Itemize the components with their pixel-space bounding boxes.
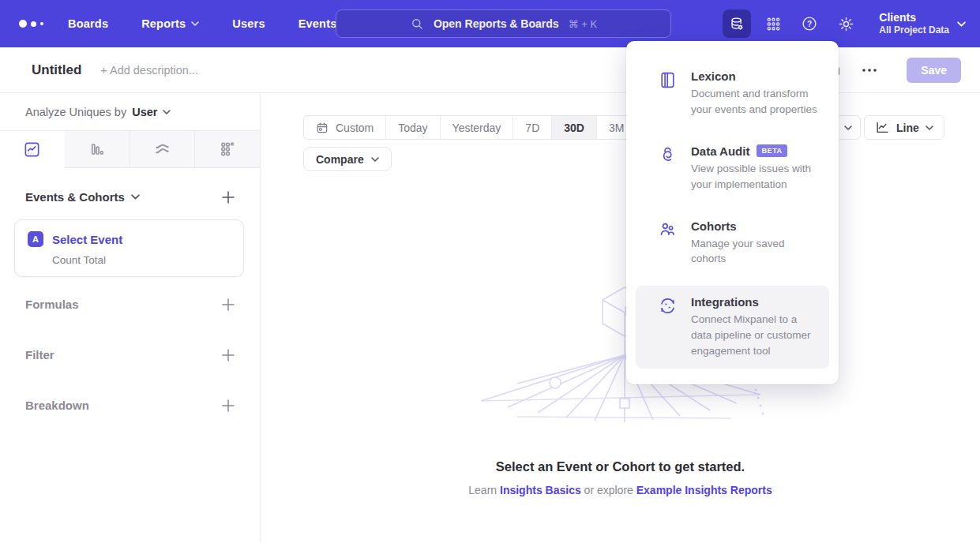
plus-icon — [222, 191, 235, 204]
menu-item-description: Manage your saved cohorts — [691, 238, 785, 265]
beta-badge: BETA — [757, 144, 787, 157]
svg-text:?: ? — [807, 20, 812, 28]
insights-basics-link[interactable]: Insights Basics — [500, 484, 581, 496]
ellipsis-icon — [862, 69, 877, 72]
event-card[interactable]: A Select Event Count Total — [14, 219, 244, 277]
learn-text: Learn — [468, 484, 497, 496]
empty-state-subtitle: Learn Insights Basics or explore Example… — [261, 484, 980, 496]
lexicon-book-icon — [658, 69, 678, 93]
flow-chart-tab-icon — [153, 140, 171, 159]
events-cohorts-label[interactable]: Events & Cohorts — [25, 190, 125, 204]
add-description-field[interactable]: + Add description... — [100, 64, 198, 77]
menu-item-title: Integrations — [691, 295, 820, 309]
menu-item-title: Data AuditBETA — [691, 144, 820, 158]
date-range-30d[interactable]: 30D — [551, 116, 596, 139]
compare-dropdown[interactable]: Compare — [303, 147, 392, 171]
nav-events[interactable]: Events — [299, 17, 337, 30]
chevron-down-icon[interactable] — [131, 194, 140, 200]
chevron-down-icon — [926, 125, 933, 130]
save-button[interactable]: Save — [907, 58, 961, 83]
chevron-down-icon — [844, 125, 852, 130]
empty-state-title: Select an Event or Cohort to get started… — [261, 459, 980, 474]
search-icon — [410, 17, 424, 31]
plus-icon — [222, 399, 235, 412]
menu-item-integrations[interactable]: Integrations Connect Mixpanel to a data … — [636, 286, 829, 369]
add-event-button[interactable] — [222, 191, 235, 204]
tab-flow-chart[interactable] — [130, 131, 195, 168]
analyze-row: Analyze Uniques by User — [0, 93, 260, 131]
menu-item-title: Lexicon — [691, 69, 820, 83]
integrations-sync-icon — [658, 295, 678, 319]
visualization-dropdown[interactable]: Line — [864, 115, 944, 140]
menu-item-cohorts[interactable]: Cohorts Manage your saved cohorts — [636, 210, 829, 277]
org-name: Clients — [879, 11, 949, 25]
nav-boards[interactable]: Boards — [68, 17, 108, 30]
chevron-down-icon — [191, 21, 199, 26]
date-range-7d[interactable]: 7D — [513, 116, 551, 139]
tab-metric-chart[interactable] — [194, 131, 260, 168]
line-chart-tab-icon — [23, 140, 41, 159]
date-range-3m-label: 3M — [609, 122, 624, 134]
nav-events-label: Events — [299, 17, 337, 30]
tab-line-chart[interactable] — [0, 131, 65, 168]
breakdown-section: Breakdown — [0, 399, 260, 412]
apps-grid-icon — [765, 16, 782, 32]
formulas-section: Formulas — [0, 298, 260, 311]
date-range-today[interactable]: Today — [385, 116, 439, 139]
chevron-down-icon — [163, 110, 171, 114]
date-range-custom-label: Custom — [336, 122, 374, 134]
nav-users[interactable]: Users — [232, 17, 265, 30]
help-button[interactable]: ? — [795, 9, 824, 38]
add-formula-button[interactable] — [222, 298, 235, 311]
date-range-custom[interactable]: Custom — [304, 116, 385, 139]
help-icon: ? — [801, 15, 818, 32]
primary-nav: Boards Reports Users Events — [68, 17, 336, 30]
mixpanel-insights-page: Boards Reports Users Events Open Reports… — [0, 0, 980, 543]
or-explore-text: or explore — [584, 484, 633, 496]
menu-item-data-audit[interactable]: Data AuditBETA View possible issues with… — [636, 135, 829, 202]
apps-grid-button[interactable] — [759, 9, 787, 38]
settings-button[interactable] — [832, 9, 860, 38]
database-gear-icon — [729, 16, 745, 32]
report-title[interactable]: Untitled — [32, 62, 81, 78]
add-filter-button[interactable] — [222, 349, 235, 361]
compare-label: Compare — [316, 153, 364, 166]
nav-boards-label: Boards — [68, 17, 108, 30]
count-total-dropdown[interactable]: Count Total — [52, 254, 231, 266]
data-audit-icon — [658, 144, 678, 168]
cohorts-users-icon — [658, 219, 678, 243]
example-insights-reports-link[interactable]: Example Insights Reports — [636, 484, 772, 496]
calendar-icon — [316, 122, 329, 134]
date-range-control: Custom Today Yesterday 7D 30D 3M 6M — [303, 115, 677, 140]
analyze-by-dropdown[interactable]: User — [132, 106, 171, 118]
chart-type-tabs — [0, 131, 260, 168]
event-series-badge: A — [28, 231, 43, 247]
analyze-label: Analyze Uniques by — [25, 106, 126, 118]
mixpanel-logo-icon[interactable] — [19, 20, 55, 28]
project-switcher[interactable]: Clients All Project Data — [879, 11, 966, 37]
breakdown-label: Breakdown — [25, 399, 89, 412]
more-options-button[interactable] — [858, 58, 881, 82]
menu-item-description: Connect Mixpanel to a data pipeline or c… — [691, 313, 811, 357]
project-name: All Project Data — [879, 24, 949, 36]
data-management-button[interactable] — [723, 9, 751, 38]
select-event-button[interactable]: Select Event — [52, 233, 122, 246]
gear-icon — [838, 16, 854, 32]
global-search-input[interactable]: Open Reports & Boards ⌘ + K — [336, 9, 671, 38]
chevron-down-icon — [957, 21, 966, 27]
date-range-yesterday-label: Yesterday — [452, 122, 501, 134]
line-chart-icon — [875, 120, 890, 135]
date-range-yesterday[interactable]: Yesterday — [440, 116, 513, 139]
query-builder-sidebar: Analyze Uniques by User — [0, 93, 261, 543]
nav-reports[interactable]: Reports — [141, 17, 199, 30]
bar-chart-tab-icon — [88, 140, 106, 159]
add-breakdown-button[interactable] — [222, 399, 235, 412]
formulas-label: Formulas — [25, 298, 79, 311]
tab-bar-chart[interactable] — [65, 131, 130, 168]
filter-label: Filter — [25, 348, 54, 361]
menu-item-lexicon[interactable]: Lexicon Document and transform your even… — [636, 60, 829, 127]
plus-icon — [222, 349, 235, 361]
nav-right-cluster: ? Clients All Project Data — [723, 0, 966, 47]
chevron-down-icon — [371, 157, 379, 162]
search-placeholder: Open Reports & Boards — [434, 17, 559, 30]
